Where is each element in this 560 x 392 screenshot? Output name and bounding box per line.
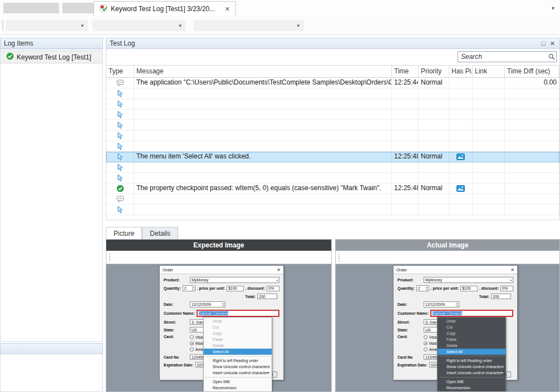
sidebar-bottom-panel: [0, 343, 103, 392]
tab-keyword-test-log[interactable]: Keyword Test Log [Test1] 3/23/20... ✕: [94, 1, 236, 16]
spinner-icons[interactable]: ▴▾: [222, 302, 225, 306]
log-row[interactable]: [106, 162, 559, 173]
priority-cell: [419, 99, 449, 109]
customer-name-value: Samuel Clemens: [433, 311, 462, 315]
date-picker[interactable]: 12/12/2009 ▴▾: [424, 301, 459, 307]
menu-item-select-all[interactable]: Select All: [204, 349, 272, 355]
log-row[interactable]: [106, 131, 559, 141]
order-dialog-close-icon[interactable]: ✕: [510, 267, 514, 272]
message-cell: The application "C:\Users\Public\Documen…: [134, 78, 392, 88]
menu-item-undo[interactable]: Undo: [438, 318, 505, 324]
card-radio-label: Visa: [429, 335, 437, 339]
time-cell: [392, 194, 419, 204]
log-row[interactable]: The menu item 'Select All' was clicked.1…: [106, 152, 559, 162]
column-header-message[interactable]: Message: [134, 66, 392, 77]
link-cell: [473, 78, 505, 88]
order-dialog-close-icon[interactable]: ✕: [277, 267, 281, 272]
toolbar-button-placeholder[interactable]: [3, 3, 59, 13]
tab-overflow-icon[interactable]: ▾: [552, 5, 554, 11]
grip-handle[interactable]: [109, 253, 111, 261]
quantity-stepper[interactable]: 2 ▴▾: [416, 285, 429, 291]
tab-details[interactable]: Details: [142, 227, 178, 239]
priority-cell: [419, 194, 449, 204]
search-box[interactable]: [458, 51, 557, 62]
menu-item-copy[interactable]: Copy: [438, 330, 505, 336]
log-row[interactable]: [106, 120, 559, 131]
sidebar-item-keyword-test-log[interactable]: Keyword Test Log [Test1]: [1, 51, 102, 63]
log-row[interactable]: [106, 141, 559, 152]
log-row[interactable]: [106, 110, 559, 120]
spinner-icons[interactable]: ▴▾: [426, 286, 429, 290]
menu-item-paste[interactable]: Paste: [438, 336, 505, 343]
menu-item-delete[interactable]: Delete: [438, 343, 505, 349]
log-row[interactable]: The application "C:\Users\Public\Documen…: [106, 78, 559, 88]
menu-item-cut[interactable]: Cut: [204, 324, 272, 330]
discount-input[interactable]: 0%: [267, 286, 279, 291]
action-icon: [106, 99, 134, 109]
state-value: US: [191, 328, 197, 332]
log-row[interactable]: [106, 99, 559, 110]
actual-content: Order ✕ Product: MyMoney ▾ Quantity: 2 ▴…: [336, 264, 559, 391]
discount-input[interactable]: 0%: [500, 286, 513, 291]
column-header-time[interactable]: Time: [392, 66, 419, 77]
date-picker[interactable]: 12/12/2009 ▴▾: [190, 301, 225, 307]
menu-item-select-all[interactable]: Select All: [438, 349, 505, 355]
filter-combo-1[interactable]: ▾: [6, 20, 88, 31]
filter-combo-2[interactable]: ▾: [92, 20, 186, 31]
price-input[interactable]: $100: [227, 286, 244, 291]
grip-handle[interactable]: [2, 21, 4, 31]
spinner-icons[interactable]: ▴▾: [456, 302, 459, 306]
search-input[interactable]: [458, 53, 547, 61]
column-header-type[interactable]: Type: [106, 66, 134, 77]
menu-item-delete[interactable]: Delete: [204, 343, 272, 349]
menu-item-right-to-left-reading-order[interactable]: Right to left Reading order: [204, 358, 272, 364]
menu-item-open-ime[interactable]: Open IME: [438, 379, 505, 385]
menu-item-cut[interactable]: Cut: [438, 324, 505, 330]
log-row[interactable]: [106, 88, 559, 99]
maximize-panel-icon[interactable]: □: [542, 38, 546, 49]
log-row[interactable]: The property checkpoint passed: wItem(5,…: [106, 183, 559, 194]
customer-name-input[interactable]: Samuel Clemens: [430, 310, 513, 317]
grip-handle[interactable]: [338, 253, 341, 261]
filter-combo-3[interactable]: ▾: [194, 20, 304, 31]
column-header-link[interactable]: Link: [473, 66, 505, 77]
link-cell: [473, 99, 505, 109]
toolbar-button-placeholder[interactable]: [62, 3, 97, 13]
priority-cell: [419, 141, 449, 151]
total-input[interactable]: 200: [257, 294, 277, 299]
search-icon[interactable]: [547, 53, 556, 60]
message-cell: [134, 205, 392, 215]
picture-icon: [449, 152, 473, 162]
menu-item-reconversion[interactable]: Reconversion: [438, 385, 505, 391]
menu-item-paste[interactable]: Paste: [204, 336, 272, 343]
log-row[interactable]: [106, 194, 559, 205]
quantity-label: Quantity:: [397, 286, 415, 290]
message-cell: [134, 120, 392, 130]
menu-item-show-unicode-control-characters[interactable]: Show Unicode control characters: [438, 364, 505, 370]
menu-item-right-to-left-reading-order[interactable]: Right to left Reading order: [438, 358, 505, 364]
product-select[interactable]: MyMoney ▾: [190, 277, 279, 283]
product-select[interactable]: MyMoney ▾: [424, 277, 513, 283]
menu-item-open-ime[interactable]: Open IME: [204, 379, 272, 385]
menu-item-show-unicode-control-characters[interactable]: Show Unicode control characters: [204, 364, 272, 370]
column-header-time-diff[interactable]: Time Diff (sec): [505, 66, 559, 77]
menu-item-undo[interactable]: Undo: [204, 318, 272, 324]
menu-item-insert-unicode-control-character[interactable]: Insert Unicode control character▸: [204, 370, 272, 376]
spinner-icons[interactable]: ▴▾: [192, 286, 195, 290]
quantity-stepper[interactable]: 2 ▴▾: [183, 285, 195, 291]
message-cell: [134, 110, 392, 120]
column-header-has-picture[interactable]: Has Pi...: [449, 66, 473, 77]
log-row[interactable]: [106, 205, 559, 215]
log-row[interactable]: [106, 173, 559, 183]
menu-item-reconversion[interactable]: Reconversion: [204, 385, 272, 391]
menu-item-copy[interactable]: Copy: [204, 330, 272, 336]
tab-picture[interactable]: Picture: [106, 227, 142, 239]
customer-name-input[interactable]: Samuel Clemens: [197, 310, 279, 317]
total-input[interactable]: 200: [491, 294, 511, 299]
close-panel-icon[interactable]: ✕: [550, 38, 555, 49]
price-input[interactable]: $100: [460, 286, 478, 291]
link-cell: [473, 205, 505, 215]
column-header-priority[interactable]: Priority: [419, 66, 449, 77]
menu-item-insert-unicode-control-character[interactable]: Insert Unicode control character▸: [438, 370, 505, 376]
tab-close-icon[interactable]: ✕: [225, 6, 230, 13]
